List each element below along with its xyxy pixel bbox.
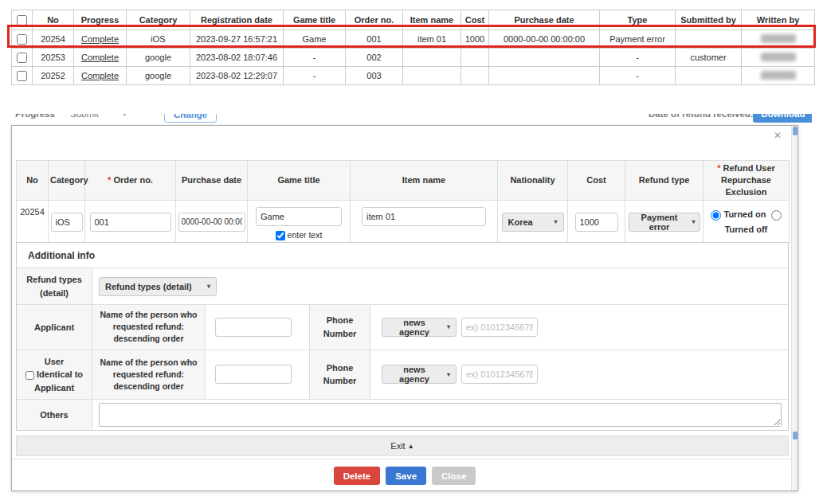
col-header-category: Category	[49, 161, 85, 201]
table-header-row: No Progress Category Registration date G…	[12, 10, 815, 30]
refund-types-select[interactable]: Refund types (detail)▾	[99, 277, 217, 296]
delete-button[interactable]: Delete	[334, 467, 381, 485]
download-button[interactable]: Download	[753, 114, 812, 123]
others-label: Others	[17, 400, 92, 430]
user-identical-checkbox[interactable]	[25, 371, 34, 380]
turned-on-label: Turned on	[723, 209, 766, 219]
cell-no: 20253	[33, 49, 74, 67]
progress-label: Progress	[15, 114, 55, 123]
refund-edit-table: No Category * Order no. Purchase date Ga…	[16, 160, 790, 244]
cell-item-name: item 01	[403, 30, 461, 49]
col-header-type: Type	[600, 10, 676, 30]
caret-down-icon: ▾	[447, 371, 450, 378]
col-header-registration-date: Registration date	[190, 10, 284, 30]
item-name-field[interactable]	[362, 207, 486, 226]
refund-type-select[interactable]: Payment error▾	[629, 213, 700, 232]
save-button[interactable]: Save	[386, 467, 426, 485]
clipped-toolbar-strip: Progress Submit ▾ Change Date of refund …	[11, 114, 812, 124]
refund-detail-modal: ✕ No Category * Order no. Purchase date …	[11, 125, 798, 491]
carrier-select[interactable]: news agency▾	[382, 365, 457, 384]
required-mark: *	[717, 163, 720, 173]
row-checkbox[interactable]	[17, 53, 27, 63]
cell-cost	[461, 49, 489, 67]
refund-types-row: Refund types (detail) Refund types (deta…	[17, 268, 788, 305]
cell-registration-date: 2023-09-27 16:57:21	[190, 30, 284, 49]
col-header-category: Category	[127, 10, 190, 30]
form-header-row: No Category * Order no. Purchase date Ga…	[17, 161, 790, 201]
cell-game-title: Game	[284, 30, 346, 49]
turned-off-radio[interactable]	[771, 210, 782, 221]
turned-off-label: Turned off	[725, 225, 768, 234]
scrollbar-thumb[interactable]	[793, 432, 798, 440]
caret-down-icon: ▾	[744, 114, 748, 123]
refund-list-table: No Progress Category Registration date G…	[11, 10, 815, 85]
redacted-written-by	[761, 53, 796, 61]
cell-order-no: 003	[346, 67, 403, 85]
cell-submitted-by: customer	[676, 49, 742, 67]
applicant-name-field[interactable]	[215, 318, 292, 337]
phone-number-label: PhoneNumber	[310, 305, 370, 350]
submit-dropdown[interactable]: Submit	[70, 114, 99, 123]
category-field[interactable]	[51, 213, 83, 232]
cell-game-title: -	[284, 67, 346, 85]
applicant-name-desc: Name of the person who requested refund:…	[92, 305, 206, 350]
user-name-desc: Name of the person who requested refund:…	[92, 350, 206, 400]
row-checkbox[interactable]	[17, 34, 27, 45]
cell-submitted-by	[676, 67, 742, 85]
cell-registration-date: 2023-08-02 12:29:07	[190, 67, 284, 85]
purchase-date-field[interactable]	[178, 213, 245, 232]
redacted-written-by	[761, 34, 796, 43]
cell-no: 20254	[33, 30, 74, 49]
cell-type: -	[600, 49, 676, 67]
game-title-field[interactable]	[256, 207, 342, 226]
col-header-nationality: Nationality	[498, 161, 568, 201]
col-header-repurchase-exclusion: * Refund User Repurchase Exclusion	[703, 161, 790, 201]
applicant-phone-field[interactable]	[461, 318, 538, 337]
caret-down-icon: ▾	[207, 283, 210, 290]
cell-cost: 1000	[461, 30, 489, 49]
caret-down-icon: ▾	[123, 114, 127, 123]
additional-info-title: Additional info	[17, 243, 788, 268]
cell-item-name	[403, 49, 461, 67]
scrollbar-thumb[interactable]	[793, 127, 798, 135]
cell-category: google	[127, 67, 190, 85]
col-header-submitted-by: Submitted by	[676, 10, 742, 30]
close-button[interactable]: Close	[432, 467, 476, 485]
progress-link[interactable]: Complete	[81, 53, 119, 62]
modal-scrollbar[interactable]	[791, 126, 798, 490]
select-all-checkbox[interactable]	[17, 15, 27, 25]
cell-purchase-date: 0000-00-00 00:00:00	[489, 30, 600, 49]
col-header-no: No	[33, 10, 74, 30]
applicant-label: Applicant	[17, 305, 92, 350]
col-header-item-name: Item name	[351, 161, 498, 201]
exit-collapse-button[interactable]: Exit ▲	[16, 436, 789, 456]
form-record-row: 20254 enter text Korea▾	[17, 201, 790, 244]
user-row: User Identical to Applicant Name of the …	[17, 350, 788, 400]
record-no: 20254	[17, 201, 49, 244]
others-textarea[interactable]	[99, 403, 782, 427]
cost-field[interactable]	[575, 213, 618, 232]
row-checkbox[interactable]	[17, 71, 27, 81]
change-button[interactable]: Change	[164, 114, 217, 123]
caret-down-icon: ▾	[692, 218, 695, 225]
close-icon[interactable]: ✕	[774, 131, 782, 140]
col-header-refund-type: Refund type	[625, 161, 703, 201]
enter-text-checkbox[interactable]	[276, 231, 285, 240]
user-name-field[interactable]	[215, 365, 292, 384]
cell-type: Payment error	[600, 30, 676, 49]
cell-type: -	[600, 67, 676, 85]
redacted-written-by	[761, 71, 796, 80]
caret-down-icon: ▾	[554, 218, 557, 225]
refund-types-label: Refund types (detail)	[17, 268, 92, 304]
progress-link[interactable]: Complete	[81, 71, 119, 80]
cell-category: iOS	[127, 30, 190, 49]
order-no-field[interactable]	[90, 213, 171, 232]
user-phone-field[interactable]	[461, 365, 538, 384]
col-header-no: No	[17, 161, 49, 201]
nationality-select[interactable]: Korea▾	[502, 213, 564, 232]
progress-link[interactable]: Complete	[81, 34, 119, 44]
carrier-select[interactable]: news agency▾	[382, 318, 457, 337]
turned-on-radio[interactable]	[711, 210, 721, 221]
cell-game-title: -	[284, 49, 346, 67]
caret-down-icon: ▾	[447, 323, 450, 330]
